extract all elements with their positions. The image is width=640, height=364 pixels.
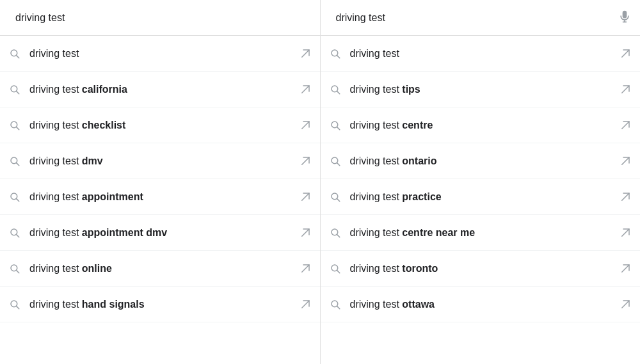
suggestion-text: driving test centre	[350, 120, 611, 131]
svg-line-27	[337, 55, 339, 58]
suggestion-text: driving test appointment dmv	[29, 227, 291, 239]
search-icon	[9, 299, 20, 310]
list-item[interactable]: driving test ontario	[321, 143, 641, 179]
search-icon	[9, 227, 20, 239]
suggestion-text: driving test centre near me	[350, 227, 611, 239]
mic-icon[interactable]	[618, 10, 631, 26]
right-suggestion-list: driving test driving test tips driving t…	[321, 36, 641, 322]
svg-line-4	[17, 91, 19, 93]
list-item[interactable]: driving test checklist	[0, 107, 320, 143]
suggestion-text: driving test california	[29, 84, 291, 95]
search-icon	[330, 299, 341, 310]
svg-line-14	[301, 193, 308, 200]
svg-line-43	[622, 229, 629, 236]
right-search-bar	[321, 0, 641, 36]
list-item[interactable]: driving test appointment dmv	[0, 215, 320, 251]
list-item[interactable]: driving test centre	[321, 107, 641, 143]
search-icon	[9, 263, 20, 274]
suggestion-text: driving test ontario	[350, 155, 611, 167]
arrow-icon	[620, 120, 631, 131]
svg-line-36	[337, 162, 339, 165]
left-search-input[interactable]	[15, 12, 305, 24]
suggestion-text: driving test online	[29, 263, 291, 274]
list-item[interactable]: driving test online	[0, 251, 320, 287]
list-item[interactable]: driving test appointment	[0, 179, 320, 215]
arrow-icon	[620, 84, 631, 95]
svg-line-30	[337, 91, 339, 93]
svg-line-23	[301, 301, 308, 308]
arrow-icon	[620, 48, 631, 59]
svg-line-1	[17, 55, 19, 58]
left-panel: driving test driving test california dri…	[0, 0, 321, 364]
left-search-bar	[0, 0, 320, 36]
svg-line-5	[301, 86, 308, 93]
svg-line-28	[622, 50, 629, 57]
arrow-icon	[300, 155, 311, 167]
svg-line-11	[301, 157, 308, 164]
svg-line-7	[17, 127, 19, 129]
arrow-icon	[300, 191, 311, 203]
list-item[interactable]: driving test california	[0, 72, 320, 107]
arrow-icon	[300, 84, 311, 95]
arrow-icon	[300, 227, 311, 239]
right-panel: driving test driving test tips driving t…	[321, 0, 641, 364]
search-icon	[9, 120, 20, 131]
search-icon	[330, 191, 341, 203]
svg-line-20	[301, 265, 308, 272]
search-icon	[9, 155, 20, 167]
list-item[interactable]: driving test dmv	[0, 143, 320, 179]
list-item[interactable]: driving test tips	[321, 72, 641, 107]
svg-line-19	[17, 270, 19, 273]
suggestion-text: driving test hand signals	[29, 299, 291, 310]
arrow-icon	[620, 191, 631, 203]
suggestion-text: driving test appointment	[29, 191, 291, 203]
list-item[interactable]: driving test practice	[321, 179, 641, 215]
search-icon	[330, 263, 341, 274]
search-icon	[9, 48, 20, 59]
arrow-icon	[620, 299, 631, 310]
svg-line-40	[622, 193, 629, 200]
svg-line-46	[622, 265, 629, 272]
svg-line-34	[622, 122, 629, 129]
svg-line-37	[622, 157, 629, 164]
right-search-input[interactable]	[336, 12, 612, 24]
svg-line-22	[17, 306, 19, 308]
suggestion-text: driving test checklist	[29, 120, 291, 131]
arrow-icon	[620, 263, 631, 274]
suggestion-text: driving test ottawa	[350, 299, 611, 310]
list-item[interactable]: driving test	[0, 36, 320, 72]
svg-line-8	[301, 122, 308, 129]
svg-line-48	[337, 306, 339, 308]
svg-line-45	[337, 270, 339, 273]
suggestion-text: driving test practice	[350, 191, 611, 203]
list-item[interactable]: driving test hand signals	[0, 287, 320, 322]
suggestion-text: driving test toronto	[350, 263, 611, 274]
arrow-icon	[300, 120, 311, 131]
arrow-icon	[300, 263, 311, 274]
svg-line-16	[17, 234, 19, 237]
suggestion-text: driving test dmv	[29, 155, 291, 167]
list-item[interactable]: driving test centre near me	[321, 215, 641, 251]
list-item[interactable]: driving test toronto	[321, 251, 641, 287]
arrow-icon	[300, 299, 311, 310]
svg-line-39	[337, 198, 339, 201]
search-icon	[330, 48, 341, 59]
svg-line-33	[337, 127, 339, 129]
search-icon	[9, 84, 20, 95]
arrow-icon	[300, 48, 311, 59]
suggestion-text: driving test	[29, 48, 291, 59]
suggestion-text: driving test	[350, 48, 611, 59]
svg-line-10	[17, 162, 19, 165]
search-icon	[330, 155, 341, 167]
arrow-icon	[620, 227, 631, 239]
main-container: driving test driving test california dri…	[0, 0, 640, 364]
list-item[interactable]: driving test	[321, 36, 641, 72]
suggestion-text: driving test tips	[350, 84, 611, 95]
list-item[interactable]: driving test ottawa	[321, 287, 641, 322]
svg-line-2	[301, 50, 308, 57]
svg-line-17	[301, 229, 308, 236]
arrow-icon	[620, 155, 631, 167]
search-icon	[330, 84, 341, 95]
svg-line-42	[337, 234, 339, 237]
svg-line-31	[622, 86, 629, 93]
